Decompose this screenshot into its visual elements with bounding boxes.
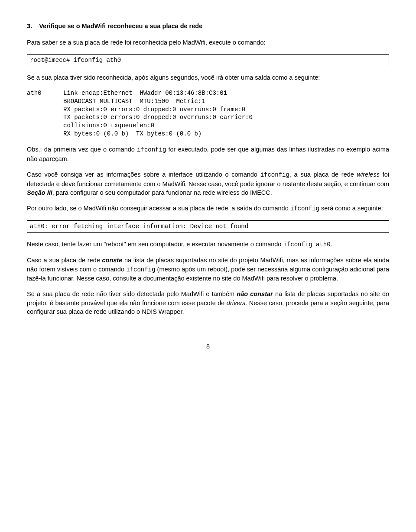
- p6-pre: Neste caso, tente fazer um "reboot" em s…: [27, 241, 283, 248]
- p5-pre: Por outro lado, se o MadWifi não consegu…: [27, 205, 290, 212]
- p4-em: wireless: [357, 171, 380, 178]
- section-heading: 3. Verifique se o MadWifi reconheceu a s…: [27, 22, 389, 30]
- p8-strong: não constar: [237, 290, 273, 297]
- p8-pre: Se a sua placa de rede não tiver sido de…: [27, 290, 237, 297]
- section-title: Verifique se o MadWifi reconheceu a sua …: [39, 23, 202, 29]
- p4-code: ifconfig: [260, 171, 289, 178]
- p7-strong: conste: [102, 257, 123, 264]
- code-error-output: ath0: error fetching interface informati…: [27, 220, 389, 233]
- page-number: 8: [27, 342, 389, 351]
- p6-code: ifconfig ath0: [283, 241, 330, 248]
- p5-post: será como a seguinte:: [319, 205, 383, 212]
- paragraph-success: Caso você consiga ver as informações sob…: [27, 170, 389, 197]
- p4-pre: Caso você consiga ver as informações sob…: [27, 171, 260, 178]
- obs-pre: Obs.: da primeira vez que o comando: [27, 146, 137, 153]
- paragraph-output-intro: Se a sua placa tiver sido reconhecida, a…: [27, 73, 389, 82]
- paragraph-reboot: Neste caso, tente fazer um "reboot" em s…: [27, 240, 389, 249]
- code-output-ifconfig: ath0 Link encap:Ethernet HWaddr 00:13:46…: [27, 89, 389, 138]
- p4-strong: Seção III: [27, 189, 52, 196]
- p4-post1: , a sua placa de rede: [289, 171, 357, 178]
- paragraph-naoconstar: Se a sua placa de rede não tiver sido de…: [27, 290, 389, 316]
- p4-post3: , para configurar o seu computador para …: [52, 189, 272, 196]
- p6-post: .: [331, 241, 332, 248]
- paragraph-intro: Para saber se a sua placa de rede foi re…: [27, 38, 389, 47]
- paragraph-conste: Caso a sua placa de rede conste na lista…: [27, 256, 389, 283]
- spacer: [34, 23, 37, 29]
- p8-em: drivers: [227, 300, 246, 306]
- paragraph-fail-intro: Por outro lado, se o MadWifi não consegu…: [27, 204, 389, 213]
- code-command-ifconfig: root@imecc# ifconfig ath0: [27, 54, 389, 67]
- p7-pre: Caso a sua placa de rede: [27, 257, 102, 264]
- obs-code: ifconfig: [137, 146, 166, 153]
- section-number: 3.: [27, 23, 32, 29]
- p7-code: ifconfig: [126, 266, 155, 273]
- paragraph-obs: Obs.: da primeira vez que o comando ifco…: [27, 145, 389, 163]
- p5-code: ifconfig: [290, 205, 319, 212]
